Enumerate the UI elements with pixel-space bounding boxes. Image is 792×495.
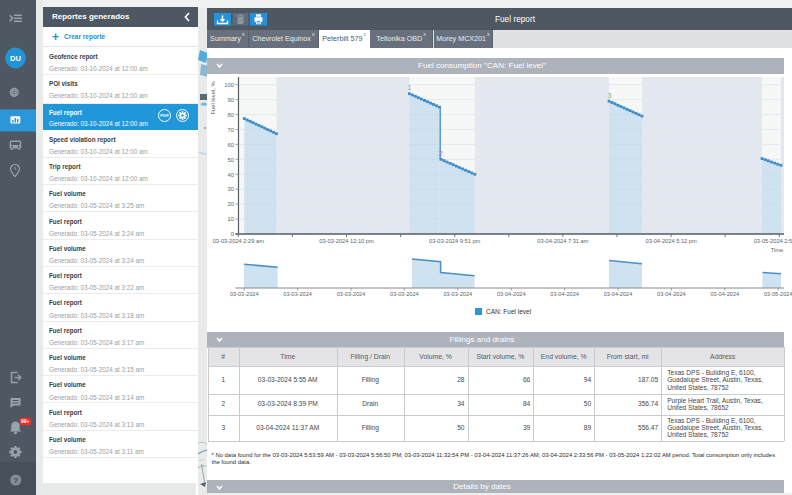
svg-text:2: 2 (439, 150, 443, 157)
svg-text:03-03-2024: 03-03-2024 (230, 291, 259, 297)
svg-text:03-03-2024: 03-03-2024 (390, 291, 419, 297)
svg-text:CAN: Fuel level: CAN: Fuel level (486, 308, 532, 315)
svg-text:20: 20 (228, 201, 234, 207)
svg-text:1: 1 (408, 84, 412, 91)
svg-text:03-04-2024 5:12 pm: 03-04-2024 5:12 pm (645, 238, 696, 244)
svg-text:70: 70 (228, 127, 234, 133)
svg-text:DU: DU (10, 54, 21, 63)
svg-text:03-04-2024 7:31 am: 03-04-2024 7:31 am (537, 238, 588, 244)
svg-text:03-03-2024 12:10 pm: 03-03-2024 12:10 pm (319, 238, 374, 244)
svg-text:10: 10 (228, 216, 234, 222)
svg-text:03-03-2024: 03-03-2024 (283, 291, 312, 297)
svg-text:100: 100 (224, 82, 234, 88)
svg-text:99+: 99+ (21, 418, 30, 424)
svg-text:03-05-2024 2:53 am: 03-05-2024 2:53 am (754, 238, 792, 244)
svg-text:03-05-2024: 03-05-2024 (764, 291, 792, 297)
svg-text:0: 0 (231, 231, 234, 237)
svg-text:?: ? (13, 476, 18, 485)
svg-text:03-03-2024: 03-03-2024 (337, 291, 366, 297)
svg-text:03-04-2024: 03-04-2024 (497, 291, 526, 297)
svg-text:03-03-2024 9:51 pm: 03-03-2024 9:51 pm (429, 238, 480, 244)
svg-text:40: 40 (228, 172, 234, 178)
svg-text:03-04-2024: 03-04-2024 (657, 291, 686, 297)
svg-text:3: 3 (608, 92, 612, 99)
svg-text:03-04-2024: 03-04-2024 (604, 291, 633, 297)
svg-text:Fuel level, %: Fuel level, % (210, 81, 216, 114)
svg-text:03-04-2024: 03-04-2024 (550, 291, 579, 297)
svg-text:50: 50 (228, 157, 234, 163)
svg-text:03-03-2024: 03-03-2024 (443, 291, 472, 297)
svg-text:80: 80 (228, 112, 234, 118)
svg-text:Time: Time (771, 247, 783, 253)
svg-text:03-03-2024 2:29 am: 03-03-2024 2:29 am (213, 238, 264, 244)
svg-text:30: 30 (228, 186, 234, 192)
svg-text:60: 60 (228, 142, 234, 148)
svg-text:90: 90 (228, 97, 234, 103)
svg-text:03-04-2024: 03-04-2024 (710, 291, 739, 297)
